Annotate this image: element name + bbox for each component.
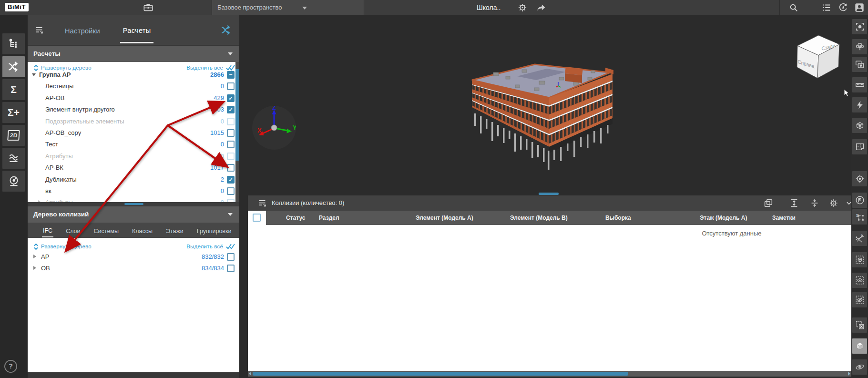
row-checkbox[interactable] — [227, 199, 235, 202]
scrollbar-thumb[interactable] — [235, 69, 239, 161]
row-checkbox[interactable] — [227, 129, 235, 137]
environment-tree-icon[interactable] — [852, 39, 867, 54]
panel-drag-handle[interactable] — [539, 193, 559, 195]
notifications-sync-icon[interactable] — [838, 2, 848, 13]
tree-row[interactable]: ОВ834/834 — [28, 263, 239, 274]
tab-ifc[interactable]: IFC — [42, 224, 53, 237]
clear-selection-icon[interactable] — [852, 317, 867, 333]
flag-icon[interactable] — [852, 193, 867, 208]
briefcase-icon[interactable] — [143, 2, 153, 13]
chevron-down-icon[interactable] — [844, 198, 851, 208]
section-box-icon[interactable] — [852, 118, 867, 133]
collapse-rows-icon[interactable] — [809, 198, 820, 208]
tree-row[interactable]: Тест0 — [28, 139, 239, 150]
search-icon[interactable] — [788, 2, 799, 13]
table-settings-gear-icon[interactable] — [828, 198, 839, 208]
expander-icon[interactable] — [33, 266, 36, 270]
tree-row[interactable]: АР-ОВ_copy1015 — [28, 128, 239, 138]
tab-floors[interactable]: Этажи — [165, 224, 184, 237]
orbit-cube-icon[interactable] — [852, 359, 867, 375]
user-avatar-icon[interactable] — [854, 2, 865, 13]
table-horizontal-scrollbar[interactable] — [248, 371, 851, 377]
tree-row[interactable]: АР832/832 — [28, 252, 239, 262]
row-checkbox[interactable] — [227, 141, 235, 148]
tab-systems[interactable]: Системы — [93, 224, 120, 237]
tree-row[interactable]: Дубликаты2 — [28, 174, 239, 185]
calc-section-header[interactable]: Расчеты — [28, 46, 239, 62]
charts-icon[interactable] — [2, 148, 25, 169]
selection-set-icon[interactable]: S — [852, 209, 867, 225]
section-flash-icon[interactable] — [852, 97, 867, 112]
dashboard-gauge-icon[interactable] — [2, 171, 25, 192]
help-button[interactable]: ? — [4, 360, 17, 373]
collision-check-icon[interactable] — [2, 56, 25, 77]
tree-row[interactable]: вк0 — [28, 186, 239, 196]
row-checkbox[interactable] — [227, 153, 235, 160]
tab-settings[interactable]: Настройки — [62, 18, 103, 42]
panel-menu-icon[interactable] — [257, 198, 268, 208]
select-all-checkbox[interactable] — [248, 211, 266, 225]
row-checkbox[interactable] — [227, 265, 235, 272]
tab-calculations[interactable]: Расчеты — [120, 17, 154, 43]
tab-layers[interactable]: Слои — [65, 224, 81, 237]
collision-check-blue-icon[interactable] — [220, 24, 233, 36]
model-tree-icon[interactable] — [2, 33, 25, 54]
view-2d-icon[interactable]: 2D — [2, 125, 25, 146]
row-checkbox[interactable] — [227, 253, 235, 261]
row-checkbox[interactable] — [227, 71, 235, 79]
workspace-selector[interactable]: Базовое пространство — [217, 0, 282, 15]
locate-target-icon[interactable] — [852, 171, 867, 186]
tree-horizontal-scrollbar[interactable] — [28, 202, 239, 206]
hide-eye-icon[interactable] — [852, 292, 867, 307]
expand-tree-link[interactable]: Развернуть дерево — [41, 244, 92, 249]
row-checkbox[interactable] — [227, 82, 235, 90]
expander-icon[interactable] — [33, 255, 36, 258]
tree-row[interactable]: Группа АР2866 — [28, 70, 239, 80]
isolate-cube-icon[interactable] — [852, 252, 867, 267]
select-all-icon[interactable] — [226, 243, 235, 250]
axis-gizmo[interactable]: Z X Y — [252, 106, 296, 150]
tree-row[interactable]: Атрибуты9 — [28, 197, 239, 202]
row-checkbox[interactable] — [227, 118, 235, 125]
tree-row[interactable]: Лестницы0 — [28, 81, 239, 92]
copy-overlap-icon[interactable] — [763, 198, 774, 208]
expand-tree-icon[interactable] — [33, 243, 39, 250]
settings-gear-icon[interactable] — [517, 2, 528, 13]
row-checkbox[interactable] — [227, 187, 235, 195]
row-checkbox[interactable] — [227, 106, 235, 113]
tree-row[interactable]: Атрибуты0 — [28, 151, 239, 162]
workspace-caret-icon[interactable] — [302, 7, 307, 10]
expander-icon[interactable] — [32, 73, 36, 76]
list-menu-icon[interactable] — [821, 2, 832, 13]
row-checkbox[interactable] — [227, 94, 235, 102]
tab-classes[interactable]: Классы — [131, 224, 153, 237]
collision-tree-header[interactable]: Дерево коллизий — [28, 206, 239, 223]
panel-menu-icon[interactable] — [34, 25, 45, 35]
tree-vertical-scrollbar[interactable] — [235, 62, 239, 202]
measure-ruler-icon[interactable] — [852, 77, 867, 92]
navigation-cube[interactable]: Справа Сзади — [789, 30, 844, 82]
floor-plan-icon[interactable] — [852, 139, 867, 154]
share-icon[interactable] — [536, 2, 546, 13]
tree-row[interactable]: АР-ВК1017 — [28, 163, 239, 173]
row-checkbox[interactable] — [227, 176, 235, 184]
scroll-right-icon[interactable] — [848, 372, 850, 376]
select-all-link[interactable]: Выделить всё — [186, 244, 223, 249]
isolate-elements-icon[interactable] — [852, 57, 867, 72]
scrollbar-thumb[interactable] — [124, 203, 143, 205]
tab-groups[interactable]: Группировки — [196, 224, 233, 237]
sum-icon[interactable]: Σ — [2, 79, 25, 100]
scrollbar-thumb[interactable] — [253, 372, 628, 376]
tree-row[interactable]: АР-ОВ429 — [28, 93, 239, 103]
expand-rows-icon[interactable] — [789, 198, 799, 208]
viewport-3d[interactable]: Z X Y — [239, 15, 851, 378]
axes-grid-icon[interactable]: 12 — [852, 231, 867, 246]
collapse-caret-icon[interactable] — [228, 213, 233, 216]
focus-selection-icon[interactable] — [852, 19, 867, 34]
scroll-left-icon[interactable] — [249, 372, 251, 376]
solid-view-cube-icon[interactable] — [852, 338, 867, 354]
show-eye-icon[interactable] — [852, 273, 867, 288]
tree-row[interactable]: Подозрительные элементы0 — [28, 116, 239, 127]
row-checkbox[interactable] — [227, 164, 235, 172]
sum-plus-icon[interactable]: Σ+ — [2, 102, 25, 123]
